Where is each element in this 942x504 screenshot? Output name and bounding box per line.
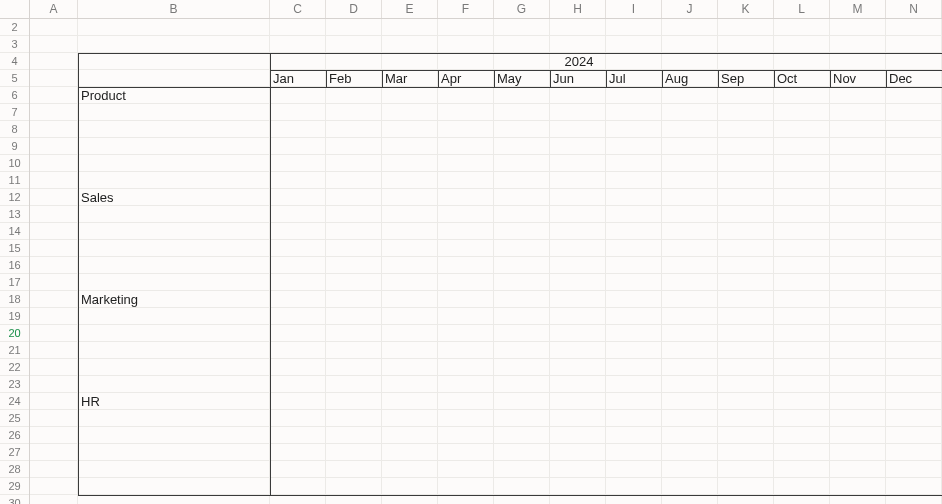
col-header-E[interactable]: E	[382, 0, 438, 18]
cell-J15[interactable]	[662, 240, 718, 257]
cell-L8[interactable]	[774, 121, 830, 138]
cell-C8[interactable]	[270, 121, 326, 138]
col-header-K[interactable]: K	[718, 0, 774, 18]
cell-G21[interactable]	[494, 342, 550, 359]
row-header-19[interactable]: 19	[0, 308, 29, 325]
cell-N2[interactable]	[886, 19, 942, 36]
cell-M13[interactable]	[830, 206, 886, 223]
col-header-D[interactable]: D	[326, 0, 382, 18]
cell-K9[interactable]	[718, 138, 774, 155]
cell-E26[interactable]	[382, 427, 438, 444]
cell-C26[interactable]	[270, 427, 326, 444]
cell-D24[interactable]	[326, 393, 382, 410]
cell-N9[interactable]	[886, 138, 942, 155]
cell-K30[interactable]	[718, 495, 774, 504]
cell-F3[interactable]	[438, 36, 494, 53]
cell-C20[interactable]	[270, 325, 326, 342]
cell-K15[interactable]	[718, 240, 774, 257]
cell-D21[interactable]	[326, 342, 382, 359]
cell-K5[interactable]: Sep	[718, 70, 774, 87]
row-header-30[interactable]: 30	[0, 495, 29, 504]
cell-B25[interactable]	[78, 410, 270, 427]
cell-B30[interactable]	[78, 495, 270, 504]
cell-G26[interactable]	[494, 427, 550, 444]
cell-F17[interactable]	[438, 274, 494, 291]
cell-H27[interactable]	[550, 444, 606, 461]
col-header-N[interactable]: N	[886, 0, 942, 18]
cell-I24[interactable]	[606, 393, 662, 410]
cell-J8[interactable]	[662, 121, 718, 138]
cell-A26[interactable]	[30, 427, 78, 444]
cell-L4[interactable]	[774, 53, 830, 70]
cell-A30[interactable]	[30, 495, 78, 504]
cell-D3[interactable]	[326, 36, 382, 53]
cell-A2[interactable]	[30, 19, 78, 36]
cell-F15[interactable]	[438, 240, 494, 257]
cell-B12[interactable]: Sales	[78, 189, 270, 206]
cell-D4[interactable]	[326, 53, 382, 70]
cell-B6[interactable]: Product	[78, 87, 270, 104]
cell-B19[interactable]	[78, 308, 270, 325]
cell-A14[interactable]	[30, 223, 78, 240]
cell-J22[interactable]	[662, 359, 718, 376]
cell-K6[interactable]	[718, 87, 774, 104]
cell-H13[interactable]	[550, 206, 606, 223]
cell-D19[interactable]	[326, 308, 382, 325]
cell-J9[interactable]	[662, 138, 718, 155]
cell-M20[interactable]	[830, 325, 886, 342]
cell-C28[interactable]	[270, 461, 326, 478]
cell-J10[interactable]	[662, 155, 718, 172]
cell-A13[interactable]	[30, 206, 78, 223]
cell-D23[interactable]	[326, 376, 382, 393]
cell-H21[interactable]	[550, 342, 606, 359]
cell-K10[interactable]	[718, 155, 774, 172]
cell-N29[interactable]	[886, 478, 942, 495]
cell-B26[interactable]	[78, 427, 270, 444]
cell-C21[interactable]	[270, 342, 326, 359]
cell-N20[interactable]	[886, 325, 942, 342]
cell-B7[interactable]	[78, 104, 270, 121]
cell-D15[interactable]	[326, 240, 382, 257]
cell-D27[interactable]	[326, 444, 382, 461]
cell-I9[interactable]	[606, 138, 662, 155]
cell-C4[interactable]	[270, 53, 326, 70]
cell-B18[interactable]: Marketing	[78, 291, 270, 308]
cell-F12[interactable]	[438, 189, 494, 206]
cell-J26[interactable]	[662, 427, 718, 444]
cell-L10[interactable]	[774, 155, 830, 172]
cell-J30[interactable]	[662, 495, 718, 504]
cell-L19[interactable]	[774, 308, 830, 325]
cell-K4[interactable]	[718, 53, 774, 70]
cell-I22[interactable]	[606, 359, 662, 376]
cell-A11[interactable]	[30, 172, 78, 189]
cell-A3[interactable]	[30, 36, 78, 53]
cell-D6[interactable]	[326, 87, 382, 104]
cell-E28[interactable]	[382, 461, 438, 478]
cell-G17[interactable]	[494, 274, 550, 291]
cell-C29[interactable]	[270, 478, 326, 495]
select-all-corner[interactable]	[0, 0, 30, 18]
row-header-3[interactable]: 3	[0, 36, 29, 53]
row-header-18[interactable]: 18	[0, 291, 29, 308]
col-header-L[interactable]: L	[774, 0, 830, 18]
cell-E22[interactable]	[382, 359, 438, 376]
cell-H30[interactable]	[550, 495, 606, 504]
cell-L30[interactable]	[774, 495, 830, 504]
cell-G23[interactable]	[494, 376, 550, 393]
cell-M18[interactable]	[830, 291, 886, 308]
cell-J27[interactable]	[662, 444, 718, 461]
cell-G13[interactable]	[494, 206, 550, 223]
cell-H24[interactable]	[550, 393, 606, 410]
cell-H7[interactable]	[550, 104, 606, 121]
row-header-11[interactable]: 11	[0, 172, 29, 189]
cell-C5[interactable]: Jan	[270, 70, 326, 87]
cell-I20[interactable]	[606, 325, 662, 342]
cell-E14[interactable]	[382, 223, 438, 240]
cell-G19[interactable]	[494, 308, 550, 325]
row-header-28[interactable]: 28	[0, 461, 29, 478]
cell-I19[interactable]	[606, 308, 662, 325]
cell-B27[interactable]	[78, 444, 270, 461]
cell-M16[interactable]	[830, 257, 886, 274]
cell-M2[interactable]	[830, 19, 886, 36]
cell-G11[interactable]	[494, 172, 550, 189]
